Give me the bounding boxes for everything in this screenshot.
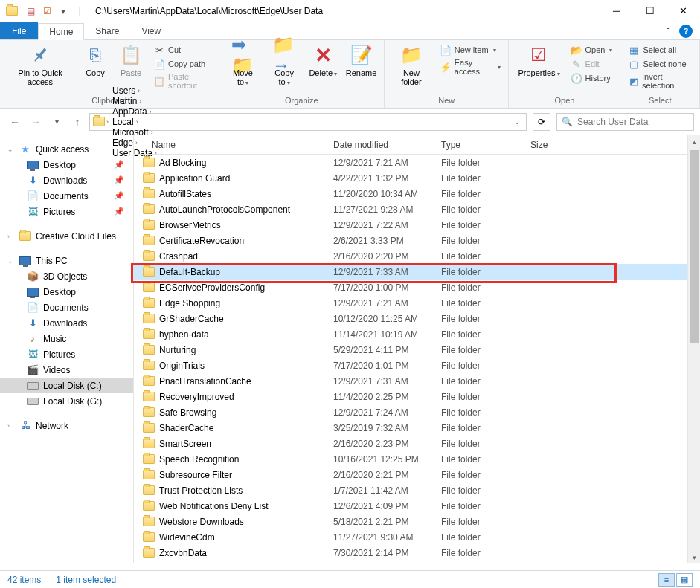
- tab-view[interactable]: View: [130, 22, 172, 39]
- rename-button[interactable]: 📝 Rename: [343, 42, 379, 79]
- address-bar[interactable]: › Users›Martin›AppData›Local›Microsoft›E…: [89, 113, 527, 131]
- minimize-button[interactable]: ─: [600, 0, 633, 22]
- breadcrumb[interactable]: Local›: [110, 117, 159, 127]
- nav-music[interactable]: ♪Music: [0, 331, 133, 346]
- back-button[interactable]: ←: [6, 113, 24, 131]
- history-button[interactable]: 🕐History: [568, 71, 616, 85]
- status-selected: 1 item selected: [56, 575, 116, 585]
- table-row[interactable]: RecoveryImproved11/4/2020 2:25 PMFile fo…: [134, 389, 700, 404]
- breadcrumb[interactable]: AppData›: [110, 106, 159, 117]
- col-date[interactable]: Date modified: [327, 140, 435, 150]
- paste-shortcut-button[interactable]: 📋Paste shortcut: [150, 71, 214, 91]
- icons-view-button[interactable]: ▦: [676, 573, 693, 587]
- pin-icon: 📌: [114, 175, 129, 185]
- table-row[interactable]: Default-Backup12/9/2021 7:33 AMFile fold…: [134, 264, 700, 280]
- nav-downloads[interactable]: ⬇Downloads📌: [0, 172, 133, 188]
- nav-pictures2[interactable]: 🖼Pictures: [0, 346, 133, 362]
- scroll-up-icon[interactable]: ▴: [688, 135, 700, 148]
- breadcrumb[interactable]: Martin›: [110, 96, 159, 106]
- table-row[interactable]: AutofillStates11/20/2020 10:34 AMFile fo…: [134, 186, 700, 201]
- pin-to-quick-access-button[interactable]: Pin to Quick access: [4, 42, 76, 88]
- help-icon[interactable]: ?: [679, 25, 693, 38]
- copy-to-button[interactable]: 📁→ Copy to▾: [266, 42, 304, 88]
- scroll-thumb[interactable]: [690, 150, 699, 343]
- tab-home[interactable]: Home: [38, 23, 84, 40]
- table-row[interactable]: BrowserMetrics12/9/2021 7:22 AMFile fold…: [134, 217, 700, 233]
- address-dropdown-icon[interactable]: ⌄: [511, 117, 523, 126]
- qat-overflow-icon[interactable]: ▾: [57, 4, 70, 18]
- copy-button[interactable]: ⎘ Copy: [79, 42, 112, 79]
- nav-disk-g[interactable]: Local Disk (G:): [0, 393, 133, 409]
- table-row[interactable]: ZxcvbnData7/30/2021 2:14 PMFile folder: [134, 545, 700, 560]
- nav-documents2[interactable]: 📄Documents: [0, 300, 133, 315]
- table-row[interactable]: Speech Recognition10/16/2021 12:25 PMFil…: [134, 451, 700, 467]
- copy-path-button[interactable]: 📄Copy path: [150, 57, 214, 71]
- nav-ccf[interactable]: ›Creative Cloud Files: [0, 228, 133, 244]
- scroll-down-icon[interactable]: ▾: [688, 551, 700, 563]
- paste-button[interactable]: 📋 Paste: [115, 42, 147, 79]
- table-row[interactable]: Ad Blocking12/9/2021 7:21 AMFile folder: [134, 155, 700, 170]
- delete-button[interactable]: ✕ Delete▾: [306, 42, 341, 80]
- qat-checkbox-icon[interactable]: ☑: [40, 4, 54, 18]
- tab-share[interactable]: Share: [84, 22, 130, 39]
- easy-access-button[interactable]: ⚡Easy access▾: [437, 57, 504, 77]
- nav-disk-c[interactable]: Local Disk (C:): [0, 378, 133, 393]
- nav-videos[interactable]: 🎬Videos: [0, 362, 133, 378]
- properties-button[interactable]: ☑ Properties▾: [513, 42, 564, 80]
- table-row[interactable]: Application Guard4/22/2021 1:32 PMFile f…: [134, 170, 700, 186]
- up-button[interactable]: ↑: [68, 113, 86, 131]
- close-button[interactable]: ✕: [667, 0, 700, 22]
- table-row[interactable]: Subresource Filter2/16/2020 2:21 PMFile …: [134, 467, 700, 482]
- nav-desktop2[interactable]: Desktop: [0, 284, 133, 300]
- col-name[interactable]: Name: [134, 140, 327, 150]
- table-row[interactable]: Nurturing5/29/2021 4:11 PMFile folder: [134, 342, 700, 358]
- tab-file[interactable]: File: [0, 22, 38, 39]
- table-row[interactable]: Edge Shopping12/9/2021 7:21 AMFile folde…: [134, 295, 700, 311]
- table-row[interactable]: AutoLaunchProtocolsComponent11/27/2021 9…: [134, 201, 700, 217]
- table-row[interactable]: Safe Browsing12/9/2021 7:24 AMFile folde…: [134, 404, 700, 420]
- nav-documents[interactable]: 📄Documents📌: [0, 188, 133, 204]
- nav-downloads2[interactable]: ⬇Downloads: [0, 315, 133, 331]
- nav-this-pc[interactable]: ⌄This PC: [0, 253, 133, 268]
- ribbon-collapse-icon[interactable]: ˇ: [661, 25, 675, 38]
- edit-button[interactable]: ✎Edit: [568, 57, 616, 71]
- nav-network[interactable]: ›🖧Network: [0, 418, 133, 433]
- details-view-button[interactable]: ≡: [658, 573, 675, 587]
- table-row[interactable]: Webstore Downloads5/18/2021 2:21 PMFile …: [134, 514, 700, 529]
- open-button[interactable]: 📂Open▾: [568, 43, 616, 56]
- recent-dropdown[interactable]: ▾: [48, 113, 65, 131]
- search-input[interactable]: 🔍 Search User Data: [556, 113, 694, 131]
- select-all-button[interactable]: ▦Select all: [625, 43, 695, 56]
- new-folder-button[interactable]: 📁 New folder: [389, 42, 434, 88]
- nav-desktop[interactable]: Desktop📌: [0, 157, 133, 172]
- table-row[interactable]: Web Notifications Deny List12/6/2021 4:0…: [134, 498, 700, 514]
- move-to-button[interactable]: ➡📁 Move to▾: [224, 42, 263, 88]
- table-row[interactable]: Trust Protection Lists1/7/2021 11:42 AMF…: [134, 482, 700, 498]
- nav-pictures[interactable]: 🖼Pictures📌: [0, 204, 133, 219]
- table-row[interactable]: hyphen-data11/14/2021 10:19 AMFile folde…: [134, 326, 700, 342]
- table-row[interactable]: GrShaderCache10/12/2020 11:25 AMFile fol…: [134, 311, 700, 326]
- refresh-button[interactable]: ⟳: [533, 113, 550, 131]
- qat-properties-icon[interactable]: ▤: [24, 4, 37, 18]
- maximize-button[interactable]: ☐: [633, 0, 667, 22]
- table-row[interactable]: ShaderCache3/25/2019 7:32 AMFile folder: [134, 420, 700, 436]
- col-size[interactable]: Size: [524, 140, 584, 150]
- file-list[interactable]: Ad Blocking12/9/2021 7:21 AMFile folderA…: [134, 155, 700, 563]
- table-row[interactable]: ECSerivceProvidersConfig7/17/2020 1:00 P…: [134, 280, 700, 295]
- nav-3d[interactable]: 📦3D Objects: [0, 268, 133, 284]
- table-row[interactable]: OriginTrials7/17/2020 1:01 PMFile folder: [134, 358, 700, 373]
- nav-quick-access[interactable]: ⌄★Quick access: [0, 141, 133, 157]
- invert-selection-button[interactable]: ◩Invert selection: [625, 71, 695, 91]
- cut-button[interactable]: ✂Cut: [150, 43, 214, 56]
- table-row[interactable]: CertificateRevocation2/6/2021 3:33 PMFil…: [134, 233, 700, 248]
- table-row[interactable]: PnaclTranslationCache12/9/2021 7:31 AMFi…: [134, 373, 700, 389]
- scrollbar[interactable]: ▴ ▾: [687, 135, 700, 563]
- table-row[interactable]: SmartScreen2/16/2020 2:23 PMFile folder: [134, 436, 700, 451]
- table-row[interactable]: WidevineCdm11/27/2021 9:30 AMFile folder: [134, 529, 700, 545]
- table-row[interactable]: Crashpad2/16/2020 2:20 PMFile folder: [134, 248, 700, 264]
- new-item-button[interactable]: 📄New item▾: [437, 43, 504, 56]
- select-none-button[interactable]: ▢Select none: [625, 57, 695, 71]
- col-type[interactable]: Type: [435, 140, 524, 150]
- forward-button[interactable]: →: [27, 113, 45, 131]
- file-name: ECSerivceProvidersConfig: [159, 282, 265, 293]
